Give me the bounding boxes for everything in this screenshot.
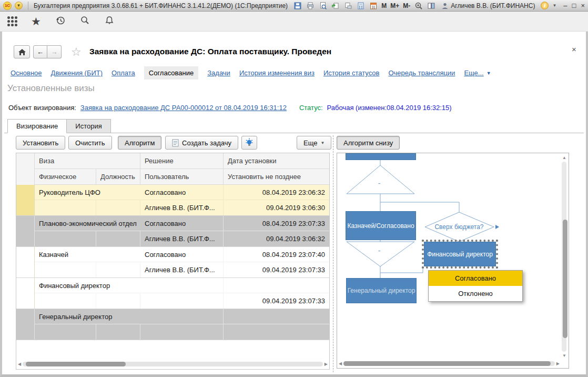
flow-node-gen-director[interactable]: Генеральный директор — [346, 278, 417, 303]
calendar-icon[interactable]: 31 — [369, 1, 378, 10]
clear-visa-button[interactable]: Очистить — [68, 136, 112, 150]
forward-button[interactable]: → — [47, 45, 62, 58]
flow-node-treasurer[interactable]: Казначей/Согласовано — [346, 211, 416, 240]
create-task-button[interactable]: Создать задачу — [165, 136, 238, 150]
svg-text:31: 31 — [371, 5, 376, 8]
table-row[interactable]: Финансовый директор 09.04.2019 23:07:33 — [16, 278, 329, 309]
close-window-button[interactable]: × — [581, 2, 585, 9]
set-visa-button[interactable]: Установить — [16, 136, 65, 150]
pane-splitter[interactable] — [333, 135, 333, 372]
condition-minus-bottom[interactable]: - — [378, 246, 381, 255]
col-position[interactable]: Должность — [96, 169, 140, 185]
table-row[interactable]: Казначей Согласовано 08.04.2019 23:07:40… — [16, 247, 329, 278]
favorite-star-icon[interactable]: ☆ — [71, 45, 82, 59]
print-preview-icon[interactable] — [318, 1, 327, 10]
object-link[interactable]: Заявка на расходование ДС РА00-000012 от… — [80, 104, 287, 112]
table-row[interactable]: Планово-экономический отдел Согласовано … — [16, 216, 329, 247]
print-document-icon[interactable] — [343, 1, 352, 10]
zoom-icon[interactable] — [414, 1, 423, 10]
search-icon[interactable] — [80, 15, 90, 27]
nav-istoriya-statusov[interactable]: История статусов — [323, 69, 380, 77]
tab-istoriya[interactable]: История — [67, 119, 110, 133]
scroll-right-icon[interactable]: ▶ — [325, 361, 328, 368]
memory-m-minus-button[interactable]: M- — [403, 2, 410, 9]
nav-osnovnoe[interactable]: Основное — [11, 69, 42, 77]
condition-minus-top[interactable]: - — [378, 179, 381, 187]
history-icon[interactable] — [55, 15, 66, 28]
flow-node-fin-director[interactable]: Финансовый директор — [424, 242, 496, 266]
nav-zadachi[interactable]: Задачи — [207, 69, 230, 77]
lightbulb-icon — [245, 138, 254, 147]
horizontal-scrollbar[interactable]: ◀ ▶ — [339, 360, 560, 367]
memory-m-button[interactable]: M — [381, 2, 387, 9]
menu-grid-icon[interactable] — [7, 16, 17, 26]
system-menu-icon[interactable]: ▼ — [15, 2, 23, 9]
nav-more[interactable]: Еще... — [464, 69, 483, 77]
menu-item-rejected[interactable]: Отклонено — [429, 286, 522, 301]
user-name: Агличев В.В. (БИТ.ФИНАНС) — [451, 2, 535, 9]
col-decision[interactable]: Решение — [140, 153, 224, 169]
status-label: Статус: — [299, 104, 323, 112]
algorithm-button[interactable]: Алгоритм — [118, 136, 161, 150]
scroll-right-icon[interactable]: ▶ — [556, 360, 560, 367]
1c-logo-icon: 1С — [3, 2, 12, 10]
chevron-down-icon[interactable]: ▼ — [552, 3, 556, 8]
nav-oplata[interactable]: Оплата — [111, 69, 135, 77]
approval-flowchart: - Сверх бюджета? - Казначей/Согласовано … — [337, 153, 569, 369]
nav-soglasovanie[interactable]: Согласование — [144, 66, 198, 80]
horizontal-scrollbar[interactable]: ◀ ▶ — [18, 361, 328, 368]
table-row[interactable]: Генеральный директор — [16, 309, 329, 340]
home-button[interactable] — [14, 45, 30, 58]
vertical-scrollbar[interactable]: ▲ ▼ — [561, 154, 567, 359]
split-view-icon[interactable] — [427, 1, 435, 10]
scroll-left-icon[interactable]: ◀ — [18, 361, 21, 368]
print-icon[interactable] — [306, 1, 315, 10]
notifications-bell-icon[interactable] — [104, 15, 115, 27]
calculator-icon[interactable] — [356, 1, 365, 10]
form-nav: Основное Движения (БИТ) Оплата Согласова… — [11, 66, 491, 80]
tab-vizirovanie[interactable]: Визирование — [7, 119, 67, 133]
lightbulb-button[interactable] — [241, 136, 257, 150]
nav-istoriya-viz[interactable]: История изменения виз — [239, 69, 315, 77]
scroll-down-icon[interactable]: ▼ — [562, 352, 566, 359]
minimize-button[interactable]: – — [563, 2, 567, 9]
section-title: Установленные визы — [7, 83, 95, 94]
col-deadline[interactable]: Установить не позднее — [224, 169, 329, 185]
subtabs: Визирование История — [7, 119, 111, 133]
algorithm-bottom-button[interactable]: Алгоритм снизу — [337, 136, 400, 150]
scroll-up-icon[interactable]: ▲ — [562, 154, 566, 161]
main-toolbar: ★ — [0, 12, 588, 32]
task-document-icon — [172, 139, 179, 147]
title-bar: 1С ▼ Бухгалтерия предприятия 3.0.68.61 +… — [0, 0, 588, 12]
table-row[interactable]: Руководитель ЦФО Согласовано 08.04.2019 … — [16, 185, 329, 216]
app-window: 1С ▼ Бухгалтерия предприятия 3.0.68.61 +… — [0, 0, 588, 377]
maximize-button[interactable]: □ — [572, 2, 576, 9]
object-label: Объект визирования: — [8, 104, 76, 112]
nav-ochered-translyacii[interactable]: Очередь трансляции — [388, 69, 455, 77]
scroll-left-icon[interactable]: ◀ — [339, 360, 342, 367]
info-icon[interactable]: i — [541, 2, 549, 9]
current-user[interactable]: Агличев В.В. (БИТ.ФИНАНС) — [441, 2, 535, 9]
selection-marquee[interactable]: Финансовый директор — [422, 240, 498, 269]
status-value: Рабочая (изменен:08.04.2019 16:32:15) — [327, 104, 452, 112]
more-button[interactable]: Еще▼ — [297, 136, 331, 150]
memory-m-plus-button[interactable]: M+ — [390, 2, 399, 9]
col-visa[interactable]: Виза — [35, 153, 140, 169]
col-date-set[interactable]: Дата установки — [224, 153, 329, 169]
close-form-icon[interactable]: × — [572, 45, 576, 54]
page-title: Заявка на расходование ДС: Оплата постав… — [89, 47, 331, 56]
favorites-icon[interactable]: ★ — [31, 16, 41, 27]
col-user[interactable]: Пользователь — [140, 169, 224, 185]
visa-table: Виза Решение Дата установки Физическое Д… — [16, 153, 330, 370]
nav-dvizheniya-bit[interactable]: Движения (БИТ) — [51, 69, 103, 77]
menu-item-approved[interactable]: Согласовано — [429, 271, 522, 286]
divider — [28, 2, 28, 10]
gutter-header — [16, 153, 35, 185]
col-person[interactable]: Физическое — [35, 169, 96, 185]
flow-node-top-clipped[interactable] — [346, 153, 416, 160]
back-button[interactable]: ← — [33, 45, 47, 58]
save-icon[interactable] — [293, 1, 302, 10]
send-document-icon[interactable] — [331, 1, 340, 10]
over-budget-condition[interactable]: Сверх бюджета? — [434, 223, 483, 231]
chevron-down-icon[interactable]: ▼ — [486, 71, 491, 76]
